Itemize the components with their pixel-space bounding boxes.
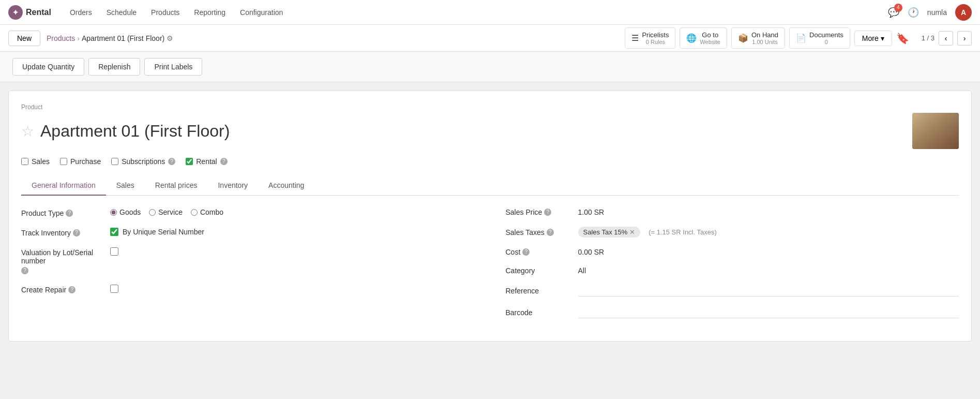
reference-row: Reference <box>506 285 959 297</box>
pagination: 1 / 3 ‹ › <box>922 31 972 46</box>
category-label: Category <box>506 267 578 275</box>
reference-value[interactable] <box>578 285 959 297</box>
cost-value[interactable]: 0.00 SR <box>578 248 959 256</box>
cost-help-icon[interactable]: ? <box>522 248 530 256</box>
create-repair-label: Create Repair ? <box>21 285 104 294</box>
warehouse-icon: 📦 <box>738 33 748 43</box>
app-logo[interactable]: ✦ Rental <box>8 5 51 20</box>
track-inventory-label: Track Inventory ? <box>21 228 104 237</box>
settings-icon[interactable]: ⚙ <box>167 34 173 42</box>
breadcrumb-actions: ☰ Pricelists 0 Rules 🌐 Go to Website 📦 O… <box>625 27 972 49</box>
tab-rental-prices[interactable]: Rental prices <box>145 176 208 196</box>
tab-accounting[interactable]: Accounting <box>258 176 314 196</box>
valuation-label: Valuation by Lot/Serial number ? <box>21 247 104 274</box>
nav-configuration[interactable]: Configuration <box>234 5 289 20</box>
goto-website-button[interactable]: 🌐 Go to Website <box>680 27 727 49</box>
next-page-button[interactable]: › <box>957 31 972 46</box>
more-button[interactable]: More ▾ <box>854 31 892 46</box>
create-repair-row: Create Repair ? <box>21 285 475 294</box>
new-button[interactable]: New <box>8 31 40 46</box>
globe-icon: 🌐 <box>686 33 697 43</box>
notifications-button[interactable]: 💬 4 <box>888 7 899 18</box>
pricelists-sub: 0 Rules <box>642 39 669 45</box>
radio-service[interactable]: Service <box>149 208 183 216</box>
user-avatar[interactable]: A <box>955 4 972 21</box>
product-type-row: Product Type ? Goods Service <box>21 208 475 217</box>
print-labels-button[interactable]: Print Labels <box>144 58 202 76</box>
serial-label: By Unique Serial Number <box>123 228 204 236</box>
rental-label: Rental <box>196 157 217 166</box>
barcode-value[interactable] <box>578 307 959 318</box>
breadcrumb-parent[interactable]: Products <box>47 34 75 42</box>
purchase-checkbox[interactable] <box>60 158 67 165</box>
sales-price-row: Sales Price ? 1.00 SR <box>506 208 959 216</box>
tabs: General Information Sales Rental prices … <box>21 176 959 196</box>
more-label: More <box>862 34 879 42</box>
track-inventory-checkbox[interactable] <box>110 228 118 236</box>
onhand-label: On Hand <box>751 31 778 39</box>
radio-goods[interactable]: Goods <box>110 208 141 216</box>
nav-products[interactable]: Products <box>145 5 186 20</box>
create-repair-checkbox[interactable] <box>110 285 118 293</box>
purchase-checkbox-item[interactable]: Purchase <box>60 157 101 166</box>
valuation-row: Valuation by Lot/Serial number ? <box>21 247 475 274</box>
documents-button[interactable]: 📄 Documents 0 <box>789 27 850 49</box>
barcode-label: Barcode <box>506 308 578 317</box>
product-type-help-icon[interactable]: ? <box>66 210 73 217</box>
sales-price-value[interactable]: 1.00 SR <box>578 208 959 216</box>
goto-label: Go to <box>700 31 720 39</box>
sales-taxes-help-icon[interactable]: ? <box>547 229 554 236</box>
nav-orders[interactable]: Orders <box>64 5 98 20</box>
clock-button[interactable]: 🕐 <box>908 7 919 18</box>
category-value[interactable]: All <box>578 267 959 275</box>
documents-label: Documents <box>809 31 843 39</box>
radio-combo[interactable]: Combo <box>191 208 223 216</box>
page-info: 1 / 3 <box>922 34 934 42</box>
app-name: Rental <box>26 8 51 17</box>
remove-tax-button[interactable]: ✕ <box>629 228 635 236</box>
product-image <box>912 113 959 149</box>
bookmark-icon[interactable]: 🔖 <box>896 32 909 45</box>
nav-reporting[interactable]: Reporting <box>188 5 232 20</box>
breadcrumb-bar: New Products › Apartment 01 (First Floor… <box>0 25 980 52</box>
form-content: Product Type ? Goods Service <box>21 208 959 329</box>
track-inventory-help-icon[interactable]: ? <box>73 229 80 237</box>
user-name: numla <box>927 8 947 17</box>
sales-price-help-icon[interactable]: ? <box>544 209 551 216</box>
nav-schedule[interactable]: Schedule <box>100 5 143 20</box>
rental-checkbox-item[interactable]: Rental ? <box>186 157 227 166</box>
pricelists-button[interactable]: ☰ Pricelists 0 Rules <box>625 27 675 49</box>
top-nav: ✦ Rental Orders Schedule Products Report… <box>0 0 980 25</box>
cost-row: Cost ? 0.00 SR <box>506 248 959 256</box>
tab-inventory[interactable]: Inventory <box>207 176 258 196</box>
purchase-label: Purchase <box>70 157 101 166</box>
onhand-button[interactable]: 📦 On Hand 1.00 Units <box>731 27 785 49</box>
replenish-button[interactable]: Replenish <box>88 58 140 76</box>
reference-label: Reference <box>506 287 578 295</box>
nav-items: Orders Schedule Products Reporting Confi… <box>64 5 888 20</box>
valuation-checkbox[interactable] <box>110 247 118 256</box>
right-column: Sales Price ? 1.00 SR Sales Taxes ? Sale… <box>506 208 959 329</box>
product-type-value: Goods Service Combo <box>110 208 475 216</box>
sales-checkbox[interactable] <box>21 158 28 165</box>
subscriptions-help-icon[interactable]: ? <box>168 158 175 165</box>
documents-sub: 0 <box>809 39 843 45</box>
rental-help-icon[interactable]: ? <box>220 158 228 165</box>
tab-sales[interactable]: Sales <box>106 176 145 196</box>
valuation-help-icon[interactable]: ? <box>21 267 28 274</box>
action-row: Update Quantity Replenish Print Labels <box>0 52 980 82</box>
favorite-star-icon[interactable]: ☆ <box>21 123 34 140</box>
subscriptions-checkbox-item[interactable]: Subscriptions ? <box>111 157 175 166</box>
more-chevron-icon: ▾ <box>881 34 884 42</box>
document-icon: 📄 <box>796 33 806 43</box>
update-quantity-button[interactable]: Update Quantity <box>12 58 84 76</box>
create-repair-help-icon[interactable]: ? <box>68 286 76 293</box>
rental-checkbox[interactable] <box>186 158 193 165</box>
product-title-row: ☆ Apartment 01 (First Floor) <box>21 122 230 141</box>
subscriptions-checkbox[interactable] <box>111 158 118 165</box>
tab-general-information[interactable]: General Information <box>21 176 106 196</box>
sales-checkbox-item[interactable]: Sales <box>21 157 50 166</box>
incl-taxes-label: (= 1.15 SR Incl. Taxes) <box>649 228 717 236</box>
prev-page-button[interactable]: ‹ <box>939 31 953 46</box>
onhand-sub: 1.00 Units <box>751 39 778 45</box>
